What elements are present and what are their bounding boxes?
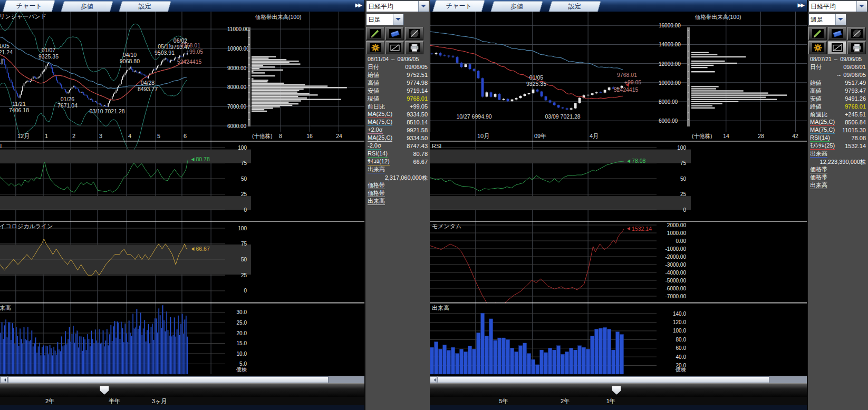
tab-quotes[interactable]: 歩値	[490, 1, 543, 12]
row-label[interactable]: 価格帯	[810, 165, 827, 173]
chevron-down-icon[interactable]	[418, 1, 429, 12]
tab-quotes[interactable]: 歩値	[61, 1, 113, 12]
slider-range-label[interactable]: 2年	[45, 397, 54, 405]
row-label[interactable]: MA(25,C)	[368, 110, 392, 118]
symbol-select[interactable]: 日経平均	[366, 1, 429, 12]
scrollbar-thumb[interactable]	[438, 376, 769, 383]
svg-text:11000.00: 11000.00	[227, 26, 249, 32]
eraser-icon[interactable]	[385, 27, 404, 40]
svg-text:RSI: RSI	[432, 143, 441, 149]
row-value: 9719.14	[407, 87, 428, 94]
row-label[interactable]: ｻｲｺﾛ(12)	[368, 158, 390, 165]
quote-row: -2.0σ8747.43	[365, 142, 430, 150]
quote-row: MA(25,C)9334.50	[365, 110, 430, 118]
row-label[interactable]: RSI(14)	[368, 150, 388, 158]
row-label[interactable]: -2.0σ	[368, 142, 381, 150]
trendline-icon[interactable]	[405, 27, 423, 40]
settings-gear-icon[interactable]	[366, 41, 384, 54]
tab-chart[interactable]: チャート	[3, 0, 55, 12]
timeframe-select[interactable]: 週足	[808, 14, 846, 25]
value-row: 12,223,390,000株	[808, 158, 868, 165]
weekly-chart-area: 10/27 6994.9001/059325.3503/09 7021.2897…	[430, 12, 807, 376]
settings-gear-icon[interactable]	[808, 41, 827, 54]
quote-row: +2.0σ9921.58	[365, 126, 430, 134]
tab-label: 歩値	[81, 2, 93, 11]
chevron-down-icon[interactable]	[856, 1, 867, 12]
row-label[interactable]: MA(75,C)	[810, 126, 835, 134]
region-select-icon[interactable]	[385, 41, 404, 54]
row-label[interactable]: 出来高	[368, 197, 385, 205]
svg-text:04/10: 04/10	[123, 52, 137, 58]
svg-text:-6000.00: -6000.00	[666, 286, 687, 291]
tab-settings[interactable]: 設定	[119, 1, 171, 12]
scroll-left-icon[interactable]	[0, 376, 7, 383]
slider-thumb[interactable]	[612, 386, 621, 395]
daily-chart-svg[interactable]: 11/059521.2411/217406.1801/079325.3501/2…	[0, 12, 364, 376]
tab-settings[interactable]: 設定	[548, 1, 601, 12]
svg-text:100: 100	[238, 226, 247, 231]
svg-text:10/27 6994.90: 10/27 6994.90	[456, 113, 491, 120]
row-value: 9774.98	[407, 79, 428, 86]
symbol-value: 日経平均	[367, 1, 418, 12]
chevron-down-icon[interactable]	[393, 14, 403, 25]
slider-range-label[interactable]: 半年	[109, 397, 120, 405]
time-range-slider[interactable]	[0, 383, 364, 397]
region-select-icon[interactable]	[828, 41, 846, 54]
row-label[interactable]: 出来高	[810, 181, 827, 189]
symbol-select[interactable]: 日経平均	[808, 1, 867, 12]
svg-text:1532.14: 1532.14	[632, 226, 652, 232]
slider-range-label[interactable]: 3ヶ月	[152, 397, 167, 405]
svg-text:7671.04: 7671.04	[57, 102, 78, 109]
expand-panel-button[interactable]: ▶▶	[355, 2, 361, 8]
draw-pencil-icon[interactable]	[808, 27, 827, 40]
row-value: 9768.01	[407, 95, 428, 102]
row-label[interactable]: +2.0σ	[368, 126, 383, 134]
h-scrollbar	[430, 376, 807, 383]
row-label[interactable]: MA(25,C)	[368, 134, 392, 142]
row-label[interactable]: ﾓﾒﾝﾀﾑ(25)	[810, 142, 835, 150]
tab-chart[interactable]: チャート	[432, 0, 485, 12]
chevron-down-icon[interactable]	[835, 14, 846, 25]
slider-range-label[interactable]: 2年	[561, 397, 570, 405]
row-label: 安値	[810, 95, 822, 102]
date-range-text: 08/07/21 ～ 09/06/05	[810, 55, 862, 63]
row-value: 11015.30	[842, 126, 866, 134]
time-range-slider[interactable]	[430, 383, 807, 397]
row-value: 9517.49	[845, 79, 866, 86]
scroll-left-icon[interactable]	[430, 376, 437, 383]
row-label[interactable]: 出来高	[368, 165, 385, 173]
print-icon[interactable]	[405, 41, 423, 54]
svg-text:サイコロジカルライン: サイコロジカルライン	[0, 223, 53, 229]
svg-text:80.78: 80.78	[196, 156, 210, 162]
svg-text:0: 0	[244, 207, 247, 213]
slider-range-label[interactable]: 5年	[499, 397, 508, 405]
svg-text:8000.00: 8000.00	[659, 99, 678, 105]
row-label[interactable]: 価格帯	[810, 173, 827, 181]
chart-workstation: チャート歩値設定▶▶ 11/059521.2411/217406.1801/07…	[0, 0, 868, 410]
scrollbar-thumb[interactable]	[8, 376, 329, 383]
svg-text:100.0: 100.0	[673, 328, 686, 334]
row-label[interactable]: 価格帯	[368, 189, 385, 197]
row-label[interactable]: 出来高	[810, 150, 827, 158]
print-icon[interactable]	[847, 41, 866, 54]
svg-text:4月: 4月	[590, 133, 599, 139]
svg-text:12000.00: 12000.00	[659, 61, 681, 67]
trendline-icon[interactable]	[847, 27, 866, 40]
row-label[interactable]: MA(75,C)	[368, 118, 392, 126]
svg-text:11/21: 11/21	[12, 101, 26, 107]
slider-range-label[interactable]: 1年	[606, 397, 615, 405]
row-label[interactable]: 価格帯	[368, 181, 385, 189]
slider-thumb[interactable]	[100, 386, 109, 395]
svg-text:9325.35: 9325.35	[38, 53, 59, 60]
quote-row: 前週比+245.51	[808, 110, 868, 118]
weekly-chart-svg[interactable]: 10/27 6994.9001/059325.3503/09 7021.2897…	[430, 12, 807, 376]
expand-panel-button[interactable]: ▶▶	[798, 2, 804, 8]
svg-text:100: 100	[677, 145, 686, 151]
quote-row: 日付09/06/01	[808, 63, 868, 71]
row-label[interactable]: MA(25,C)	[810, 118, 835, 126]
timeframe-select[interactable]: 日足	[366, 14, 404, 25]
svg-text:-7000.00: -7000.00	[666, 294, 687, 299]
row-label[interactable]: RSI(14)	[810, 134, 830, 142]
eraser-icon[interactable]	[828, 27, 846, 40]
draw-pencil-icon[interactable]	[366, 27, 384, 40]
